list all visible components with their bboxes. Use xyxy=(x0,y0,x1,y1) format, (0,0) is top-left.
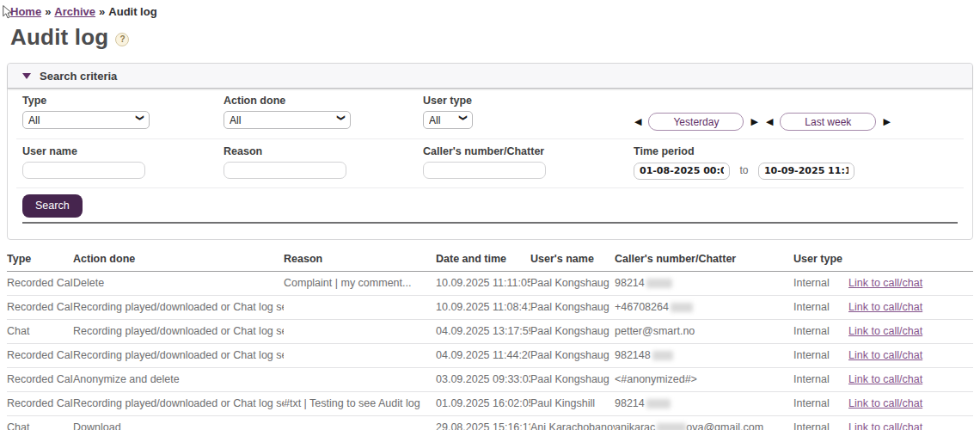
cell-reason xyxy=(284,319,436,343)
type-select[interactable]: All xyxy=(22,111,150,129)
link-to-call-chat[interactable]: Link to call/chat xyxy=(848,397,922,409)
cell-type: Recorded Calls xyxy=(7,295,73,319)
link-to-call-chat[interactable]: Link to call/chat xyxy=(848,421,922,430)
audit-table-body: Recorded CallsDeleteComplaint | my comme… xyxy=(7,271,973,430)
breadcrumb-separator: » xyxy=(45,5,51,18)
breadcrumb: Home»Archive»Audit log xyxy=(0,0,980,18)
cell-caller: 98214 xyxy=(615,271,793,295)
lastweek-prev-arrow[interactable]: ◀ xyxy=(765,116,774,127)
cell-action: Recording played/downloaded or Chat log … xyxy=(73,343,284,367)
redacted-blur xyxy=(652,351,673,360)
cell-datetime: 10.09.2025 11:11:05 xyxy=(436,271,530,295)
cell-user-type: Internal xyxy=(793,295,848,319)
cell-type: Recorded Calls xyxy=(7,343,73,367)
link-to-call-chat[interactable]: Link to call/chat xyxy=(848,301,922,313)
yesterday-next-arrow[interactable]: ▶ xyxy=(750,116,758,127)
caller-number-label: Caller's number/Chatter xyxy=(423,145,634,157)
cell-user: Paal Kongshaug xyxy=(530,367,615,391)
col-caller-number: Caller's number/Chatter xyxy=(615,249,793,272)
col-reason: Reason xyxy=(284,249,436,272)
cell-link: Link to call/chat xyxy=(848,271,973,295)
breadcrumb-home-link[interactable]: Home xyxy=(10,5,41,18)
yesterday-button[interactable]: Yesterday xyxy=(648,113,744,131)
col-type: Type xyxy=(7,249,73,272)
cell-user: Paal Kongshaug xyxy=(530,319,615,343)
col-users-name: User's name xyxy=(530,249,615,272)
lastweek-next-arrow[interactable]: ▶ xyxy=(882,116,891,127)
table-row: Recorded CallsRecording played/downloade… xyxy=(7,343,973,367)
user-type-select[interactable]: All xyxy=(423,111,473,129)
cell-type: Recorded Calls xyxy=(7,367,73,391)
cell-datetime: 04.09.2025 13:17:59 xyxy=(436,319,530,343)
time-period-to-input[interactable] xyxy=(758,163,854,180)
cell-action: Recording played/downloaded or Chat log … xyxy=(73,391,284,415)
cell-link: Link to call/chat xyxy=(848,343,973,367)
table-row: ChatDownload29.08.2025 15:16:11Ani Karac… xyxy=(7,415,973,430)
redacted-blur xyxy=(646,399,671,408)
link-to-call-chat[interactable]: Link to call/chat xyxy=(848,373,922,385)
last-week-button[interactable]: Last week xyxy=(780,113,876,131)
link-to-call-chat[interactable]: Link to call/chat xyxy=(848,349,922,361)
cell-link: Link to call/chat xyxy=(848,391,973,415)
search-button[interactable]: Search xyxy=(22,194,83,218)
cell-user-type: Internal xyxy=(793,343,848,367)
cell-datetime: 03.09.2025 09:33:03 xyxy=(436,367,530,391)
cell-user: Paal Kongshaug xyxy=(530,295,615,319)
cell-datetime: 01.09.2025 16:02:05 xyxy=(436,391,530,415)
breadcrumb-current: Audit log xyxy=(108,5,156,18)
redacted-blur xyxy=(657,423,686,430)
cell-link: Link to call/chat xyxy=(848,415,973,430)
cell-user: Paul Kingshill xyxy=(530,391,615,415)
cell-caller: anikaracova@gmail.com xyxy=(615,415,793,430)
cell-caller: <#anonymized#> xyxy=(615,367,793,391)
cell-caller: +46708264 xyxy=(615,295,793,319)
user-name-label: User name xyxy=(22,145,224,157)
cell-reason: Complaint | my comment... xyxy=(284,271,436,295)
cell-datetime: 10.09.2025 11:08:41 xyxy=(436,295,530,319)
time-period-to-word: to xyxy=(739,164,748,176)
action-done-select-wrap: All xyxy=(224,111,351,129)
cell-action: Recording played/downloaded or Chat log … xyxy=(73,295,284,319)
user-name-input[interactable] xyxy=(22,162,145,179)
col-action-done: Action done xyxy=(73,249,284,272)
cell-reason xyxy=(284,343,436,367)
reason-label: Reason xyxy=(224,145,423,157)
col-date-time: Date and time xyxy=(436,249,530,272)
redacted-blur xyxy=(671,303,693,312)
breadcrumb-separator: » xyxy=(99,5,105,18)
cell-action: Delete xyxy=(73,271,284,295)
collapse-triangle-icon xyxy=(22,73,31,79)
cell-user: Ani Karachobanova xyxy=(530,415,615,430)
search-criteria-label: Search criteria xyxy=(40,70,117,83)
action-done-label: Action done xyxy=(224,95,423,107)
action-done-select[interactable]: All xyxy=(224,111,351,129)
link-to-call-chat[interactable]: Link to call/chat xyxy=(848,277,922,289)
search-criteria-header[interactable]: Search criteria xyxy=(8,64,972,89)
type-select-wrap: All xyxy=(22,111,150,129)
cell-datetime: 04.09.2025 11:44:20 xyxy=(436,343,530,367)
cell-user: Paal Kongshaug xyxy=(530,271,615,295)
cell-type: Recorded Calls xyxy=(7,271,73,295)
cell-type: Chat xyxy=(7,415,73,430)
cell-link: Link to call/chat xyxy=(848,319,973,343)
cell-action: Anonymize and delete xyxy=(73,367,284,391)
table-row: Recorded CallsRecording played/downloade… xyxy=(7,391,973,415)
caller-number-input[interactable] xyxy=(423,162,546,179)
help-icon[interactable]: ? xyxy=(115,33,129,46)
cell-caller: petter@smart.no xyxy=(615,319,793,343)
reason-input[interactable] xyxy=(224,162,346,179)
cell-link: Link to call/chat xyxy=(848,295,973,319)
table-row: Recorded CallsRecording played/downloade… xyxy=(7,295,973,319)
yesterday-prev-arrow[interactable]: ◀ xyxy=(634,116,642,127)
cell-action: Download xyxy=(73,415,284,430)
audit-log-table: Type Action done Reason Date and time Us… xyxy=(7,249,973,430)
cell-user-type: Internal xyxy=(793,271,848,295)
cell-reason xyxy=(284,415,436,430)
cell-reason xyxy=(284,367,436,391)
col-link xyxy=(848,249,973,272)
user-type-select-wrap: All xyxy=(423,111,473,129)
time-period-from-input[interactable] xyxy=(634,163,730,180)
link-to-call-chat[interactable]: Link to call/chat xyxy=(848,325,922,337)
table-row: Recorded CallsAnonymize and delete03.09.… xyxy=(7,367,973,391)
breadcrumb-archive-link[interactable]: Archive xyxy=(54,5,95,18)
